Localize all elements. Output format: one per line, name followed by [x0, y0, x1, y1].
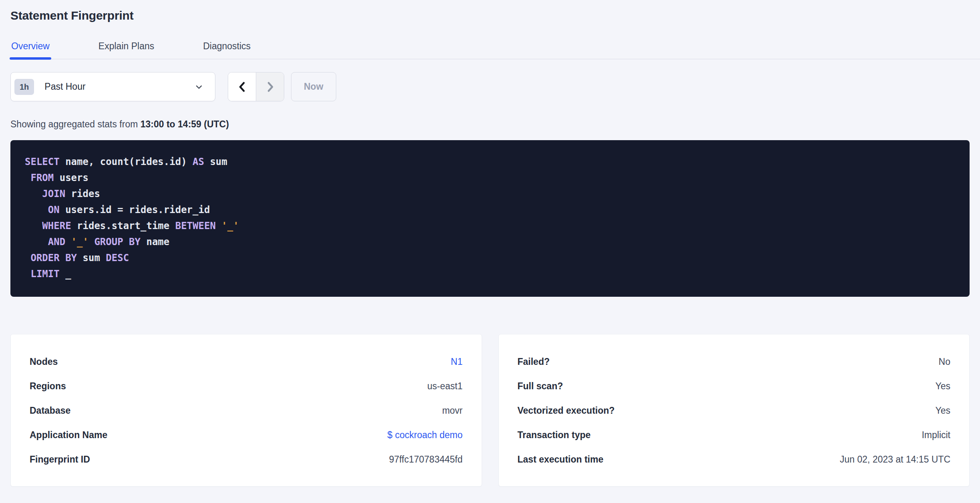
detail-value: Yes: [935, 381, 950, 392]
prev-interval-button[interactable]: [228, 72, 256, 101]
detail-label: Failed?: [518, 356, 550, 367]
detail-row: Databasemovr: [30, 398, 463, 423]
execution-attributes-card: Failed?NoFull scan?YesVectorized executi…: [498, 334, 970, 487]
next-interval-button[interactable]: [256, 72, 284, 101]
detail-label: Application Name: [30, 430, 107, 441]
time-step-button-group: [228, 72, 284, 101]
details-cards-row: NodesN1Regionsus-east1DatabasemovrApplic…: [10, 334, 970, 487]
sql-line: AND '_' GROUP BY name: [25, 234, 955, 250]
detail-label: Nodes: [30, 356, 58, 367]
stats-line-prefix: Showing aggregated stats from: [10, 119, 141, 129]
active-tab-indicator: [10, 57, 51, 60]
detail-value: No: [939, 356, 950, 367]
sql-line: JOIN rides: [25, 186, 955, 202]
chevron-down-icon: [194, 82, 204, 92]
detail-value: 97ffc170783445fd: [389, 454, 463, 465]
tab-overview[interactable]: Overview: [10, 41, 50, 59]
tab-explain-plans[interactable]: Explain Plans: [98, 41, 155, 59]
detail-label: Regions: [30, 381, 66, 392]
tab-explain-plans-label: Explain Plans: [98, 41, 154, 51]
sql-line: WHERE rides.start_time BETWEEN '_': [25, 218, 955, 234]
detail-row: Fingerprint ID97ffc170783445fd: [30, 447, 463, 472]
now-button[interactable]: Now: [291, 72, 336, 101]
sql-line: LIMIT _: [25, 266, 955, 282]
detail-value: movr: [442, 405, 462, 416]
detail-label: Full scan?: [518, 381, 563, 392]
detail-value-link[interactable]: N1: [451, 356, 462, 367]
stats-line-range: 13:00 to 14:59 (UTC): [141, 119, 229, 129]
detail-row: Vectorized execution?Yes: [518, 398, 951, 423]
sql-line: FROM users: [25, 170, 955, 186]
detail-label: Last execution time: [518, 454, 604, 465]
detail-label: Database: [30, 405, 70, 416]
sql-line: ON users.id = rides.rider_id: [25, 202, 955, 218]
detail-row: Last execution timeJun 02, 2023 at 14:15…: [518, 447, 951, 472]
detail-row: Application Name$ cockroach demo: [30, 423, 463, 447]
statement-fingerprint-page: Statement Fingerprint Overview Explain P…: [0, 0, 980, 487]
detail-row: Transaction typeImplicit: [518, 423, 951, 447]
detail-row: Full scan?Yes: [518, 374, 951, 398]
sql-line: SELECT name, count(rides.id) AS sum: [25, 154, 955, 170]
time-select-label: Past Hour: [44, 81, 85, 92]
sql-statement-text: SELECT name, count(rides.id) AS sum FROM…: [25, 154, 955, 282]
sql-line: ORDER BY sum DESC: [25, 250, 955, 266]
detail-value: Yes: [935, 405, 950, 416]
detail-label: Fingerprint ID: [30, 454, 90, 465]
statement-details-card: NodesN1Regionsus-east1DatabasemovrApplic…: [10, 334, 482, 487]
time-toolbar: 1h Past Hour Now: [10, 72, 970, 101]
detail-row: NodesN1: [30, 350, 463, 374]
tab-bar: Overview Explain Plans Diagnostics: [10, 41, 980, 59]
detail-label: Vectorized execution?: [518, 405, 615, 416]
tab-diagnostics[interactable]: Diagnostics: [202, 41, 251, 59]
sql-statement-box: SELECT name, count(rides.id) AS sum FROM…: [10, 140, 970, 297]
chevron-left-icon: [237, 80, 248, 93]
chevron-right-icon: [265, 80, 276, 93]
detail-label: Transaction type: [518, 430, 591, 441]
time-interval-select[interactable]: 1h Past Hour: [10, 72, 215, 101]
page-title: Statement Fingerprint: [10, 9, 970, 22]
interval-badge: 1h: [14, 79, 34, 95]
detail-value: Implicit: [922, 430, 950, 441]
detail-value: Jun 02, 2023 at 14:15 UTC: [840, 454, 950, 465]
tab-overview-label: Overview: [11, 41, 50, 51]
tab-diagnostics-label: Diagnostics: [203, 41, 251, 51]
detail-value-link[interactable]: $ cockroach demo: [388, 430, 463, 441]
aggregated-stats-line: Showing aggregated stats from 13:00 to 1…: [10, 119, 970, 130]
detail-row: Regionsus-east1: [30, 374, 463, 398]
detail-value: us-east1: [427, 381, 462, 392]
detail-row: Failed?No: [518, 350, 951, 374]
